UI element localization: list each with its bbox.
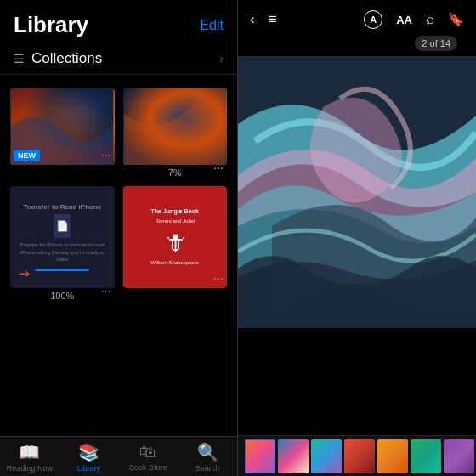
marble-image bbox=[238, 56, 476, 328]
library-tab-label: Library bbox=[77, 464, 101, 473]
dots-menu-2[interactable]: ··· bbox=[213, 161, 224, 174]
dots-menu-1[interactable]: ··· bbox=[101, 148, 111, 162]
dots-menu-3[interactable]: ··· bbox=[101, 284, 111, 298]
search-tab-icon: 🔍 bbox=[197, 442, 218, 462]
tab-search[interactable]: 🔍 Search bbox=[178, 442, 237, 473]
tab-library[interactable]: 📚 Library bbox=[60, 442, 119, 473]
edit-button[interactable]: Edit bbox=[200, 18, 224, 33]
tab-book-store[interactable]: 🛍 Book Store bbox=[119, 442, 178, 473]
thumbnail-5[interactable] bbox=[377, 439, 408, 473]
tab-reading-now[interactable]: 📖 Reading Now bbox=[0, 442, 60, 473]
thumbnail-3[interactable] bbox=[311, 439, 342, 473]
book-item-romeo[interactable]: The Jungle Book Romeo and Juliet 🗡 Willi… bbox=[123, 186, 228, 288]
reader-search-icon[interactable]: ⌕ bbox=[426, 11, 434, 28]
book-item-abstract1[interactable]: NEW ··· bbox=[10, 88, 115, 165]
thumbnail-2[interactable] bbox=[278, 439, 309, 473]
circle-a-icon[interactable]: A bbox=[364, 10, 382, 29]
page-indicator: 2 of 14 bbox=[415, 36, 457, 51]
progress-text-2: 7% bbox=[123, 167, 228, 178]
transfer-header: Transfer to Read iPhone bbox=[23, 203, 101, 211]
book-item-abstract2[interactable]: 7% ··· bbox=[123, 88, 228, 178]
reader-header-icons: ‹ ≡ bbox=[250, 11, 277, 28]
new-badge: NEW bbox=[14, 150, 40, 162]
reader-header: ‹ ≡ A AA ⌕ 🔖 bbox=[238, 0, 476, 36]
thumbnail-4[interactable] bbox=[344, 439, 375, 473]
page-indicator-row: 2 of 14 bbox=[238, 36, 476, 54]
sword-icon: 🗡 bbox=[163, 229, 187, 257]
book-cover-abstract2 bbox=[123, 88, 228, 165]
dots-menu-4[interactable]: ··· bbox=[213, 271, 224, 285]
collections-label: Collections bbox=[31, 50, 102, 67]
library-icon: 📚 bbox=[78, 442, 99, 462]
list-icon[interactable]: ≡ bbox=[269, 11, 277, 28]
book-item-transfer[interactable]: Transfer to Read iPhone 📄 Prepare for iP… bbox=[10, 186, 115, 301]
library-header: Library Edit bbox=[0, 0, 237, 43]
library-panel: Library Edit ☰ Collections › bbox=[0, 0, 238, 476]
progress-text-transfer: 100% bbox=[10, 291, 115, 301]
bookmark-icon[interactable]: 🔖 bbox=[448, 12, 464, 27]
book-grid: NEW ··· bbox=[0, 82, 237, 436]
book-cover-romeo: The Jungle Book Romeo and Juliet 🗡 Willi… bbox=[123, 186, 228, 288]
chevron-right-icon: › bbox=[219, 52, 224, 65]
reader-right-icons: A AA ⌕ 🔖 bbox=[364, 10, 464, 29]
dark-bottom bbox=[238, 328, 476, 435]
reading-now-label: Reading Now bbox=[7, 464, 53, 473]
back-icon[interactable]: ‹ bbox=[250, 11, 255, 28]
reading-now-icon: 📖 bbox=[19, 442, 40, 462]
transfer-description: Prepare for iPhone to transfer to read i… bbox=[17, 241, 108, 263]
collections-row[interactable]: ☰ Collections › bbox=[0, 43, 237, 75]
search-tab-label: Search bbox=[196, 464, 220, 473]
shakespeare-author: William Shakespeare bbox=[151, 260, 199, 267]
transfer-progress-bar bbox=[35, 269, 89, 271]
thumbnail-7[interactable] bbox=[444, 439, 474, 473]
romeo-title: Romeo and Juliet bbox=[155, 218, 195, 225]
thumbnail-6[interactable] bbox=[411, 439, 441, 473]
transfer-book-icon: 📄 bbox=[54, 214, 71, 238]
jungle-book-title: The Jungle Book bbox=[151, 208, 199, 215]
hamburger-icon: ☰ bbox=[14, 52, 25, 65]
transfer-arrow-icon: ↗ bbox=[14, 264, 34, 283]
book-row-2: Transfer to Read iPhone 📄 Prepare for iP… bbox=[10, 186, 227, 301]
book-image-area bbox=[238, 56, 476, 435]
book-row-1: NEW ··· bbox=[10, 88, 227, 178]
book-cover-transfer: Transfer to Read iPhone 📄 Prepare for iP… bbox=[10, 186, 115, 288]
book-store-label: Book Store bbox=[129, 463, 167, 472]
book-store-icon: 🛍 bbox=[139, 442, 156, 462]
thumbnail-1[interactable] bbox=[245, 439, 275, 473]
collections-left: ☰ Collections bbox=[14, 50, 102, 67]
tab-bar: 📖 Reading Now 📚 Library 🛍 Book Store 🔍 S… bbox=[0, 436, 237, 476]
aa-icon[interactable]: AA bbox=[396, 14, 412, 26]
reader-panel: ‹ ≡ A AA ⌕ 🔖 2 of 14 bbox=[238, 0, 476, 476]
thumbnail-strip bbox=[238, 435, 476, 476]
library-title: Library bbox=[14, 12, 88, 38]
